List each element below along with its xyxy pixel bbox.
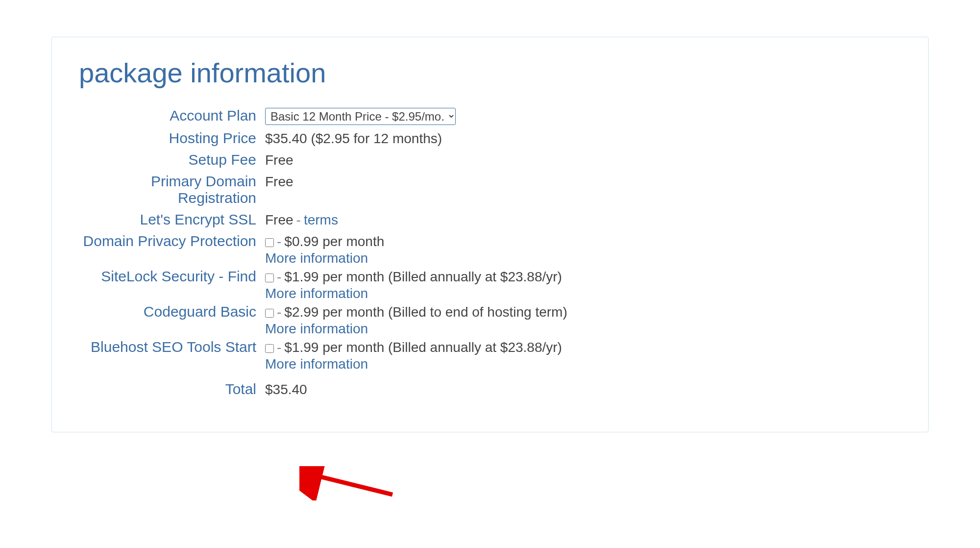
- account-plan-select[interactable]: Basic 12 Month Price - $2.95/mo.: [265, 108, 456, 125]
- row-total: Total $35.40: [79, 381, 901, 398]
- ssl-terms-link[interactable]: terms: [304, 212, 338, 228]
- label-domain-privacy: Domain Privacy Protection: [79, 233, 265, 249]
- label-account-plan: Account Plan: [79, 107, 265, 124]
- row-seo: Bluehost SEO Tools Start - $1.99 per mon…: [79, 339, 901, 355]
- package-information-panel: package information Account Plan Basic 1…: [51, 37, 929, 432]
- label-total: Total: [79, 381, 265, 398]
- svg-line-1: [309, 474, 392, 495]
- row-sitelock-more: More information: [79, 286, 901, 301]
- row-codeguard-more: More information: [79, 321, 901, 337]
- domain-privacy-price: $0.99 per month: [284, 234, 384, 249]
- codeguard-checkbox[interactable]: [265, 309, 274, 318]
- label-spacer: [79, 333, 265, 333]
- label-setup-fee: Setup Fee: [79, 151, 265, 168]
- sitelock-separator: -: [277, 269, 281, 285]
- codeguard-more-link[interactable]: More information: [265, 321, 368, 337]
- label-hosting-price: Hosting Price: [79, 130, 265, 147]
- label-ssl: Let's Encrypt SSL: [79, 211, 265, 228]
- row-ssl: Let's Encrypt SSL Free - terms: [79, 211, 901, 228]
- row-setup-fee: Setup Fee Free: [79, 151, 901, 168]
- domain-privacy-separator: -: [277, 234, 281, 249]
- label-seo: Bluehost SEO Tools Start: [79, 339, 265, 355]
- value-codeguard: - $2.99 per month (Billed to end of host…: [265, 304, 567, 320]
- label-primary-domain: Primary Domain Registration: [79, 173, 265, 206]
- row-domain-privacy: Domain Privacy Protection - $0.99 per mo…: [79, 233, 901, 249]
- codeguard-separator: -: [277, 304, 281, 320]
- panel-title: package information: [79, 57, 901, 89]
- ssl-separator: -: [296, 212, 301, 228]
- row-seo-more: More information: [79, 356, 901, 372]
- ssl-value: Free: [265, 212, 294, 228]
- value-seo: - $1.99 per month (Billed annually at $2…: [265, 340, 562, 355]
- seo-more-link[interactable]: More information: [265, 356, 368, 372]
- sitelock-checkbox[interactable]: [265, 274, 274, 282]
- sitelock-more-link[interactable]: More information: [265, 286, 368, 301]
- row-hosting-price: Hosting Price $35.40 ($2.95 for 12 month…: [79, 130, 901, 147]
- annotation-arrow-icon: [299, 466, 397, 500]
- value-domain-privacy: - $0.99 per month: [265, 234, 384, 249]
- label-spacer: [79, 368, 265, 369]
- seo-checkbox[interactable]: [265, 344, 274, 353]
- domain-privacy-checkbox[interactable]: [265, 238, 274, 247]
- value-primary-domain: Free: [265, 174, 294, 190]
- value-total: $35.40: [265, 382, 307, 398]
- value-hosting-price: $35.40 ($2.95 for 12 months): [265, 131, 442, 147]
- row-codeguard: Codeguard Basic - $2.99 per month (Bille…: [79, 303, 901, 320]
- row-primary-domain: Primary Domain Registration Free: [79, 173, 901, 206]
- package-rows: Account Plan Basic 12 Month Price - $2.9…: [79, 107, 901, 398]
- row-account-plan: Account Plan Basic 12 Month Price - $2.9…: [79, 107, 901, 125]
- value-setup-fee: Free: [265, 152, 294, 168]
- label-codeguard: Codeguard Basic: [79, 303, 265, 320]
- label-spacer: [79, 262, 265, 263]
- row-domain-privacy-more: More information: [79, 250, 901, 266]
- label-sitelock: SiteLock Security - Find: [79, 268, 265, 285]
- value-sitelock: - $1.99 per month (Billed annually at $2…: [265, 269, 562, 285]
- value-account-plan: Basic 12 Month Price - $2.95/mo.: [265, 108, 456, 125]
- seo-price: $1.99 per month (Billed annually at $23.…: [284, 340, 562, 355]
- sitelock-price: $1.99 per month (Billed annually at $23.…: [284, 269, 562, 285]
- seo-separator: -: [277, 340, 281, 355]
- codeguard-price: $2.99 per month (Billed to end of hostin…: [284, 304, 567, 320]
- value-ssl: Free - terms: [265, 212, 338, 228]
- domain-privacy-more-link[interactable]: More information: [265, 250, 368, 266]
- row-sitelock: SiteLock Security - Find - $1.99 per mon…: [79, 268, 901, 285]
- label-spacer: [79, 298, 265, 298]
